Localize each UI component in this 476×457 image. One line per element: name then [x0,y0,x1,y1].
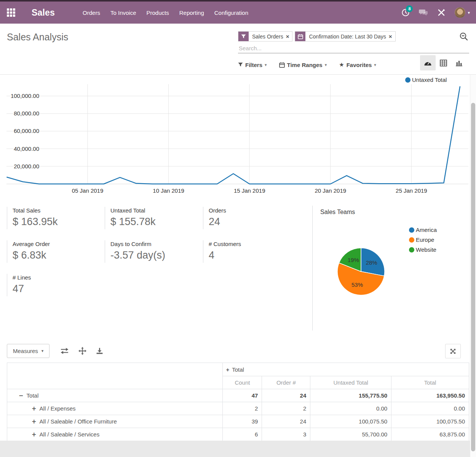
main-menu: Orders To Invoice Products Reporting Con… [83,10,248,16]
star-icon: ★ [339,61,344,68]
cell-untaxed: 0.00 [310,402,391,415]
pivot-column-group-total[interactable]: +Total [223,363,469,376]
search-options-magnifier-icon[interactable] [459,32,468,42]
sales-teams-panel: Sales Teams 28%53%19% America Europe Web… [312,206,469,331]
svg-text:15 Jan 2019: 15 Jan 2019 [234,187,265,194]
pie-legend: America Europe Website [409,227,437,253]
kpi-orders: Orders 24 [203,207,294,229]
search-facets: Sales Orders × Confirmation Date: Last 3… [238,31,469,42]
table-row: −Total 47 24 155,775.50 163,950.50 [7,389,469,402]
svg-text:20,000.00: 20,000.00 [14,163,39,169]
legend-item-america[interactable]: America [409,227,437,233]
pivot-row-expenses[interactable]: +All / Expenses [7,402,223,415]
line-chart[interactable]: 20,000.0040,000.0060,000.0080,000.00100,… [0,75,476,200]
flip-axis-button[interactable] [60,348,69,354]
kpi-label: Total Sales [13,207,98,214]
tools-menu-button[interactable] [437,8,446,17]
kpi-total-sales: Total Sales $ 163.95k [7,207,98,229]
activity-menu-button[interactable]: 8 [401,8,410,17]
facet-confirmation-date[interactable]: Confirmation Date: Last 30 Days × [295,31,395,42]
graph-view-button[interactable] [451,55,467,70]
pivot-col-order[interactable]: Order # [262,376,310,389]
measures-dropdown[interactable]: Measures ▾ [7,344,50,358]
top-navbar: Sales Orders To Invoice Products Reporti… [0,2,476,24]
apps-grid-icon [7,8,17,17]
user-avatar [455,7,465,18]
kpi-value: 47 [13,283,98,295]
nav-item-reporting[interactable]: Reporting [179,10,204,16]
legend-dot [409,237,414,243]
cell-untaxed: 100,075.50 [310,415,391,428]
user-menu-button[interactable]: ▾ [455,7,470,18]
kpi-label: # Customers [209,241,294,247]
cell-total: 63,875.00 [391,428,469,441]
facet-label: Sales Orders [249,32,286,41]
facet-remove-icon[interactable]: × [286,32,292,41]
pivot-corner-cell [7,363,223,389]
nav-item-to-invoice[interactable]: To Invoice [110,10,136,16]
bar-chart-icon [455,59,463,67]
kpi-average-order: Average Order $ 6.83k [7,240,98,263]
swap-arrows-icon [60,348,69,354]
pivot-col-total[interactable]: Total [391,376,469,389]
kpi-label: Orders [209,207,294,214]
expand-icon[interactable]: + [32,418,37,425]
app-name[interactable]: Sales [32,8,55,18]
kpi-label: Average Order [13,241,98,247]
control-panel: Sales Analysis Sales Orders × [0,24,476,75]
expand-icon[interactable]: + [32,405,37,412]
kpi-value: 24 [209,216,294,228]
pivot-view-button[interactable] [436,55,451,70]
vertical-scrollbar[interactable] [470,75,476,457]
pivot-row-total[interactable]: −Total [7,389,223,402]
facet-sales-orders[interactable]: Sales Orders × [238,31,292,42]
kpi-label: # Lines [13,274,98,281]
messages-menu-button[interactable] [419,9,428,16]
activity-badge: 8 [406,5,413,12]
fullscreen-button[interactable] [445,344,461,358]
favorites-dropdown[interactable]: ★ Favorites ▾ [339,61,376,68]
collapse-icon[interactable]: − [19,392,24,399]
scrollbar-thumb[interactable] [471,103,475,451]
sales-teams-pie-chart[interactable]: 28%53%19% [329,239,393,304]
sales-teams-title: Sales Teams [320,209,355,216]
pivot-row-office-furniture[interactable]: +All / Saleable / Office Furniture [7,415,223,428]
legend-item-europe[interactable]: Europe [409,236,437,243]
svg-text:100,000.00: 100,000.00 [11,93,39,99]
facet-remove-icon[interactable]: × [389,32,395,41]
kpi-label: Untaxed Total [110,207,196,214]
filters-dropdown[interactable]: Filters ▾ [238,62,267,68]
time-ranges-dropdown[interactable]: Time Ranges ▾ [279,62,327,68]
dashboard-view-button[interactable] [420,55,436,70]
nav-item-orders[interactable]: Orders [83,10,100,16]
svg-text:60,000.00: 60,000.00 [14,128,39,134]
arrows-move-icon [78,347,86,355]
legend-item-website[interactable]: Website [409,246,437,253]
nav-item-products[interactable]: Products [147,10,169,16]
pivot-col-untaxed-total[interactable]: Untaxed Total [310,376,391,389]
table-row: +All / Saleable / Services 6 3 55,700.00… [7,428,469,441]
apps-menu-button[interactable] [7,8,17,18]
view-switcher [420,55,467,70]
filter-icon [238,62,243,67]
cell-order: 24 [262,415,310,428]
svg-text:20 Jan 2019: 20 Jan 2019 [315,187,347,194]
table-row: +All / Saleable / Office Furniture 39 24… [7,415,469,428]
nav-item-configuration[interactable]: Configuration [214,10,248,16]
line-chart-legend[interactable]: Untaxed Total [405,77,447,83]
svg-text:80,000.00: 80,000.00 [14,110,39,117]
svg-text:10 Jan 2019: 10 Jan 2019 [153,187,184,194]
chevron-down-icon: ▾ [325,63,327,67]
expand-all-button[interactable] [78,347,86,355]
expand-icon[interactable]: + [32,431,37,438]
facet-label: Confirmation Date: Last 30 Days [305,32,388,41]
cell-count: 6 [223,428,262,441]
download-xlsx-button[interactable] [96,347,103,355]
svg-text:28%: 28% [366,259,377,266]
pivot-col-count[interactable]: Count [223,376,262,389]
cell-untaxed: 155,775.50 [310,389,391,402]
pivot-row-services[interactable]: +All / Saleable / Services [7,428,223,441]
kpi-value: -3.57 day(s) [110,249,196,261]
search-input[interactable] [238,43,469,53]
navbar-right: 8 ▾ [401,7,470,18]
